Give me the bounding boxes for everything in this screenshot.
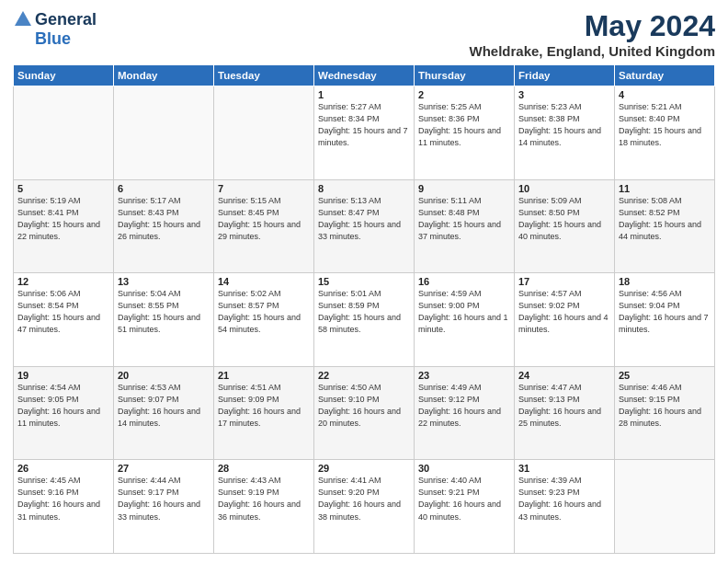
day-number: 24 <box>518 370 610 381</box>
day-number: 16 <box>418 276 510 287</box>
calendar-cell: 11Sunrise: 5:08 AMSunset: 8:52 PMDayligh… <box>615 179 715 273</box>
calendar-cell: 27Sunrise: 4:44 AMSunset: 9:17 PMDayligh… <box>114 460 214 554</box>
logo-icon <box>13 9 33 29</box>
calendar-cell: 19Sunrise: 4:54 AMSunset: 9:05 PMDayligh… <box>14 366 114 460</box>
calendar-cell: 10Sunrise: 5:09 AMSunset: 8:50 PMDayligh… <box>515 179 615 273</box>
day-number: 20 <box>118 370 210 381</box>
calendar-cell: 18Sunrise: 4:56 AMSunset: 9:04 PMDayligh… <box>615 273 715 367</box>
col-thursday: Thursday <box>415 65 515 86</box>
calendar-week-row: 26Sunrise: 4:45 AMSunset: 9:16 PMDayligh… <box>14 460 715 554</box>
day-number: 5 <box>17 183 109 194</box>
day-info: Sunrise: 4:40 AMSunset: 9:21 PMDaylight:… <box>418 475 510 523</box>
calendar-cell: 28Sunrise: 4:43 AMSunset: 9:19 PMDayligh… <box>214 460 314 554</box>
calendar-cell: 5Sunrise: 5:19 AMSunset: 8:41 PMDaylight… <box>14 179 114 273</box>
page: General Blue May 2024 Wheldrake, England… <box>0 0 728 563</box>
calendar-week-row: 1Sunrise: 5:27 AMSunset: 8:34 PMDaylight… <box>14 86 715 180</box>
day-number: 31 <box>518 463 610 474</box>
calendar-cell: 6Sunrise: 5:17 AMSunset: 8:43 PMDaylight… <box>114 179 214 273</box>
day-number: 13 <box>118 276 210 287</box>
day-info: Sunrise: 5:17 AMSunset: 8:43 PMDaylight:… <box>118 195 210 243</box>
calendar-cell: 13Sunrise: 5:04 AMSunset: 8:55 PMDayligh… <box>114 273 214 367</box>
day-number: 3 <box>518 89 610 100</box>
calendar-cell: 8Sunrise: 5:13 AMSunset: 8:47 PMDaylight… <box>314 179 415 273</box>
day-info: Sunrise: 5:02 AMSunset: 8:57 PMDaylight:… <box>218 288 310 336</box>
day-info: Sunrise: 5:21 AMSunset: 8:40 PMDaylight:… <box>619 101 711 149</box>
calendar-week-row: 19Sunrise: 4:54 AMSunset: 9:05 PMDayligh… <box>14 366 715 460</box>
day-info: Sunrise: 4:46 AMSunset: 9:15 PMDaylight:… <box>619 382 711 430</box>
day-info: Sunrise: 5:19 AMSunset: 8:41 PMDaylight:… <box>17 195 109 243</box>
day-info: Sunrise: 5:06 AMSunset: 8:54 PMDaylight:… <box>17 288 109 336</box>
day-info: Sunrise: 4:54 AMSunset: 9:05 PMDaylight:… <box>17 382 109 430</box>
calendar-cell: 25Sunrise: 4:46 AMSunset: 9:15 PMDayligh… <box>615 366 715 460</box>
day-number: 15 <box>318 276 410 287</box>
day-number: 11 <box>619 183 711 194</box>
day-number: 6 <box>118 183 210 194</box>
calendar-week-row: 5Sunrise: 5:19 AMSunset: 8:41 PMDaylight… <box>14 179 715 273</box>
calendar-table: Sunday Monday Tuesday Wednesday Thursday… <box>13 64 715 554</box>
calendar-cell <box>615 460 715 554</box>
day-number: 4 <box>619 89 711 100</box>
col-friday: Friday <box>515 65 615 86</box>
day-number: 26 <box>17 463 109 474</box>
day-number: 1 <box>318 89 410 100</box>
day-info: Sunrise: 5:04 AMSunset: 8:55 PMDaylight:… <box>118 288 210 336</box>
day-info: Sunrise: 5:23 AMSunset: 8:38 PMDaylight:… <box>518 101 610 149</box>
day-info: Sunrise: 5:09 AMSunset: 8:50 PMDaylight:… <box>518 195 610 243</box>
day-info: Sunrise: 5:11 AMSunset: 8:48 PMDaylight:… <box>418 195 510 243</box>
calendar-header-row: Sunday Monday Tuesday Wednesday Thursday… <box>14 65 715 86</box>
day-number: 29 <box>318 463 410 474</box>
col-monday: Monday <box>114 65 214 86</box>
day-number: 25 <box>619 370 711 381</box>
location: Wheldrake, England, United Kingdom <box>469 43 715 59</box>
calendar-cell: 22Sunrise: 4:50 AMSunset: 9:10 PMDayligh… <box>314 366 415 460</box>
day-number: 14 <box>218 276 310 287</box>
day-number: 21 <box>218 370 310 381</box>
calendar-cell: 30Sunrise: 4:40 AMSunset: 9:21 PMDayligh… <box>415 460 515 554</box>
calendar-cell: 12Sunrise: 5:06 AMSunset: 8:54 PMDayligh… <box>14 273 114 367</box>
col-sunday: Sunday <box>14 65 114 86</box>
month-title: May 2024 <box>469 9 715 43</box>
col-wednesday: Wednesday <box>314 65 415 86</box>
day-number: 30 <box>418 463 510 474</box>
calendar-cell: 7Sunrise: 5:15 AMSunset: 8:45 PMDaylight… <box>214 179 314 273</box>
day-info: Sunrise: 4:44 AMSunset: 9:17 PMDaylight:… <box>118 475 210 523</box>
day-number: 28 <box>218 463 310 474</box>
calendar-cell: 23Sunrise: 4:49 AMSunset: 9:12 PMDayligh… <box>415 366 515 460</box>
day-info: Sunrise: 4:57 AMSunset: 9:02 PMDaylight:… <box>518 288 610 336</box>
calendar-cell: 2Sunrise: 5:25 AMSunset: 8:36 PMDaylight… <box>415 86 515 180</box>
calendar-cell: 16Sunrise: 4:59 AMSunset: 9:00 PMDayligh… <box>415 273 515 367</box>
calendar-cell: 20Sunrise: 4:53 AMSunset: 9:07 PMDayligh… <box>114 366 214 460</box>
day-number: 9 <box>418 183 510 194</box>
day-info: Sunrise: 4:41 AMSunset: 9:20 PMDaylight:… <box>318 475 410 523</box>
calendar-cell: 24Sunrise: 4:47 AMSunset: 9:13 PMDayligh… <box>515 366 615 460</box>
day-info: Sunrise: 4:59 AMSunset: 9:00 PMDaylight:… <box>418 288 510 336</box>
day-info: Sunrise: 5:27 AMSunset: 8:34 PMDaylight:… <box>318 101 410 149</box>
day-info: Sunrise: 4:49 AMSunset: 9:12 PMDaylight:… <box>418 382 510 430</box>
day-info: Sunrise: 5:15 AMSunset: 8:45 PMDaylight:… <box>218 195 310 243</box>
calendar-cell: 29Sunrise: 4:41 AMSunset: 9:20 PMDayligh… <box>314 460 415 554</box>
day-number: 19 <box>17 370 109 381</box>
logo: General Blue <box>13 9 97 49</box>
day-info: Sunrise: 4:53 AMSunset: 9:07 PMDaylight:… <box>118 382 210 430</box>
day-info: Sunrise: 5:01 AMSunset: 8:59 PMDaylight:… <box>318 288 410 336</box>
day-info: Sunrise: 5:13 AMSunset: 8:47 PMDaylight:… <box>318 195 410 243</box>
calendar-cell: 14Sunrise: 5:02 AMSunset: 8:57 PMDayligh… <box>214 273 314 367</box>
calendar-cell: 3Sunrise: 5:23 AMSunset: 8:38 PMDaylight… <box>515 86 615 180</box>
logo-general: General <box>35 10 97 29</box>
col-saturday: Saturday <box>615 65 715 86</box>
calendar-week-row: 12Sunrise: 5:06 AMSunset: 8:54 PMDayligh… <box>14 273 715 367</box>
calendar-cell: 15Sunrise: 5:01 AMSunset: 8:59 PMDayligh… <box>314 273 415 367</box>
header: General Blue May 2024 Wheldrake, England… <box>13 9 715 59</box>
day-info: Sunrise: 4:47 AMSunset: 9:13 PMDaylight:… <box>518 382 610 430</box>
calendar-cell: 26Sunrise: 4:45 AMSunset: 9:16 PMDayligh… <box>14 460 114 554</box>
logo-blue: Blue <box>35 29 71 49</box>
day-number: 12 <box>17 276 109 287</box>
calendar-cell <box>14 86 114 180</box>
day-number: 18 <box>619 276 711 287</box>
day-info: Sunrise: 4:51 AMSunset: 9:09 PMDaylight:… <box>218 382 310 430</box>
col-tuesday: Tuesday <box>214 65 314 86</box>
day-number: 10 <box>518 183 610 194</box>
day-number: 23 <box>418 370 510 381</box>
day-info: Sunrise: 4:39 AMSunset: 9:23 PMDaylight:… <box>518 475 610 523</box>
day-info: Sunrise: 4:50 AMSunset: 9:10 PMDaylight:… <box>318 382 410 430</box>
